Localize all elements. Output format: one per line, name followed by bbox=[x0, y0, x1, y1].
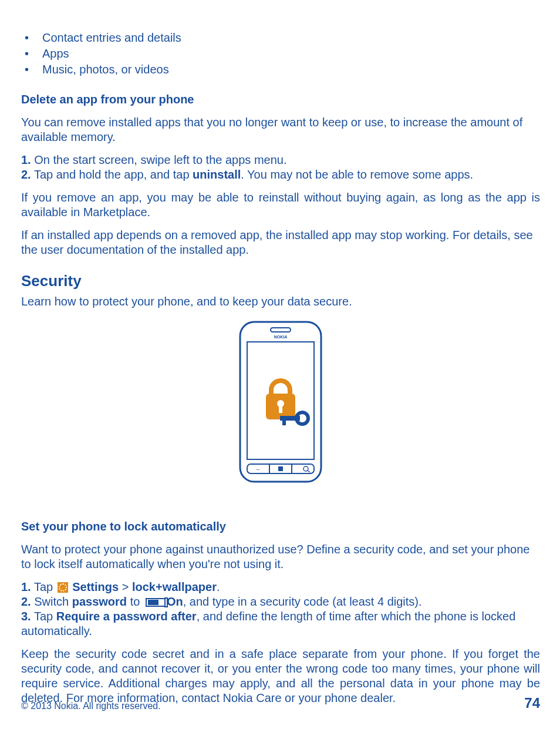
security-heading: Security bbox=[21, 271, 540, 291]
page-number: 74 bbox=[524, 694, 540, 712]
document-page: Contact entries and details Apps Music, … bbox=[0, 0, 560, 739]
settings-icon bbox=[58, 582, 68, 593]
on-label: On bbox=[167, 595, 183, 608]
settings-label: Settings bbox=[72, 580, 119, 593]
delete-steps: 1. On the start screen, swipe left to th… bbox=[21, 153, 540, 182]
uninstall-label: uninstall bbox=[193, 168, 241, 181]
step-text: , and type in a security code (at least … bbox=[183, 595, 422, 608]
autolock-steps: 1. Tap Settings > lock+wallpaper. 2. Swi… bbox=[21, 580, 540, 639]
list-item-text: Music, photos, or videos bbox=[42, 63, 169, 76]
step-1: 1. Tap Settings > lock+wallpaper. bbox=[21, 580, 540, 594]
list-item-text: Contact entries and details bbox=[42, 31, 181, 44]
step-3: 3. Tap Require a password after, and def… bbox=[21, 609, 540, 639]
require-password-label: Require a password after bbox=[56, 610, 197, 623]
step-number: 3. bbox=[21, 610, 31, 623]
step-number: 1. bbox=[21, 153, 31, 166]
step-2: 2. Tap and hold the app, and tap uninsta… bbox=[21, 167, 540, 182]
step-text: Tap bbox=[31, 610, 56, 623]
list-item: Music, photos, or videos bbox=[21, 62, 540, 77]
password-label: password bbox=[72, 595, 127, 608]
step-1: 1. On the start screen, swipe left to th… bbox=[21, 153, 540, 167]
carryover-bullet-list: Contact entries and details Apps Music, … bbox=[21, 31, 540, 77]
svg-rect-6 bbox=[279, 404, 282, 413]
step-text: . bbox=[217, 580, 220, 593]
step-text: Switch bbox=[31, 595, 72, 608]
list-item-text: Apps bbox=[42, 47, 69, 60]
step-number: 1. bbox=[21, 580, 31, 593]
step-text: > bbox=[119, 580, 132, 593]
svg-text:NOKIA: NOKIA bbox=[274, 335, 288, 339]
step-2: 2. Switch password to On, and type in a … bbox=[21, 594, 540, 609]
svg-rect-9 bbox=[282, 421, 286, 425]
toggle-on-icon bbox=[146, 598, 166, 607]
svg-text:←: ← bbox=[255, 466, 261, 472]
svg-rect-1 bbox=[271, 328, 291, 332]
reinstall-para: If you remove an app, you may be able to… bbox=[21, 190, 540, 220]
autolock-heading: Set your phone to lock automatically bbox=[21, 519, 540, 534]
step-number: 2. bbox=[21, 595, 31, 608]
step-text: Tap and hold the app, and tap bbox=[31, 168, 193, 181]
autolock-intro: Want to protect your phone against unaut… bbox=[21, 542, 540, 572]
copyright-text: © 2013 Nokia. All rights reserved. bbox=[21, 700, 161, 712]
depends-para: If an installed app depends on a removed… bbox=[21, 228, 540, 257]
phone-illustration: NOKIA ← bbox=[21, 320, 540, 484]
list-item: Apps bbox=[21, 46, 540, 61]
list-item: Contact entries and details bbox=[21, 31, 540, 45]
svg-rect-14 bbox=[278, 466, 283, 471]
lock-wallpaper-label: lock+wallpaper bbox=[132, 580, 217, 593]
step-text: . You may not be able to remove some app… bbox=[241, 168, 473, 181]
step-text: Tap bbox=[31, 580, 56, 593]
step-text: On the start screen, swipe left to the a… bbox=[31, 153, 287, 166]
step-number: 2. bbox=[21, 168, 31, 181]
page-footer: © 2013 Nokia. All rights reserved. 74 bbox=[21, 694, 540, 712]
security-intro: Learn how to protect your phone, and to … bbox=[21, 294, 540, 309]
step-text: to bbox=[127, 595, 143, 608]
delete-intro: You can remove installed apps that you n… bbox=[21, 115, 540, 145]
delete-heading: Delete an app from your phone bbox=[21, 92, 540, 107]
phone-lock-icon: NOKIA ← bbox=[237, 320, 325, 484]
